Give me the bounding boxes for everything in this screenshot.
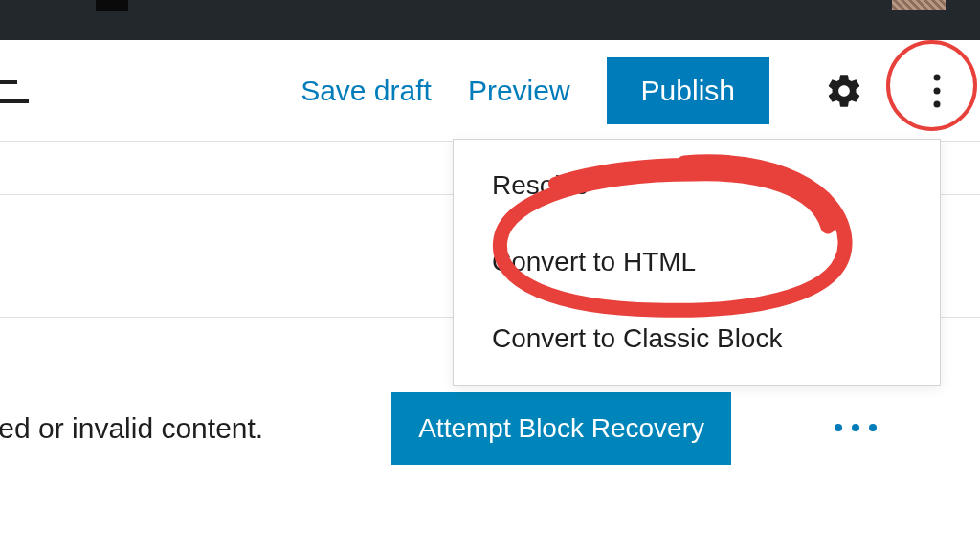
tab-fragment xyxy=(96,0,128,11)
block-navigation-icon[interactable] xyxy=(0,77,29,107)
horizontal-dots-icon xyxy=(833,422,879,433)
editor-toolbar: Save draft Preview Publish xyxy=(0,40,980,142)
svg-point-6 xyxy=(852,424,859,431)
dropdown-item-convert-classic[interactable]: Convert to Classic Block xyxy=(454,300,940,385)
save-draft-button[interactable]: Save draft xyxy=(301,75,432,107)
dropdown-item-resolve[interactable]: Resolve xyxy=(454,140,940,224)
preview-button[interactable]: Preview xyxy=(468,75,570,107)
toolbar-actions: Save draft Preview Publish xyxy=(301,57,949,124)
block-more-button[interactable] xyxy=(825,414,886,444)
settings-button[interactable] xyxy=(817,64,871,118)
svg-point-4 xyxy=(934,100,941,107)
publish-button[interactable]: Publish xyxy=(607,57,769,124)
svg-point-7 xyxy=(869,424,877,431)
svg-point-2 xyxy=(934,74,941,80)
dropdown-item-convert-html[interactable]: Convert to HTML xyxy=(454,224,940,300)
block-error-text: ted or invalid content. xyxy=(0,412,263,445)
more-options-button[interactable] xyxy=(924,64,949,118)
svg-point-5 xyxy=(835,424,842,431)
svg-point-3 xyxy=(934,87,941,94)
browser-tab-bar xyxy=(0,0,980,40)
attempt-recovery-button[interactable]: Attempt Block Recovery xyxy=(391,392,731,465)
avatar-thumbnail xyxy=(892,0,946,10)
gear-icon xyxy=(825,72,863,110)
vertical-dots-icon xyxy=(932,72,942,110)
block-options-dropdown: Resolve Convert to HTML Convert to Class… xyxy=(453,139,941,386)
